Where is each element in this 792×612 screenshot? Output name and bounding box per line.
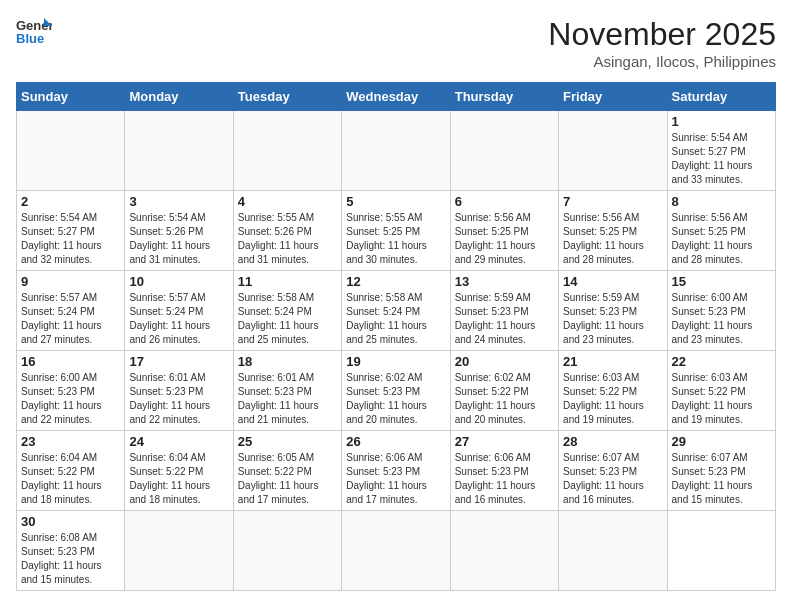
calendar-cell: 27Sunrise: 6:06 AM Sunset: 5:23 PM Dayli… (450, 431, 558, 511)
day-number: 21 (563, 354, 662, 369)
logo: General Blue (16, 16, 52, 46)
calendar-cell: 30Sunrise: 6:08 AM Sunset: 5:23 PM Dayli… (17, 511, 125, 591)
day-info: Sunrise: 6:03 AM Sunset: 5:22 PM Dayligh… (563, 371, 662, 427)
weekday-header-friday: Friday (559, 83, 667, 111)
calendar-cell (559, 111, 667, 191)
calendar-cell: 1Sunrise: 5:54 AM Sunset: 5:27 PM Daylig… (667, 111, 775, 191)
weekday-header-sunday: Sunday (17, 83, 125, 111)
calendar-cell: 3Sunrise: 5:54 AM Sunset: 5:26 PM Daylig… (125, 191, 233, 271)
day-number: 25 (238, 434, 337, 449)
weekday-header-tuesday: Tuesday (233, 83, 341, 111)
day-info: Sunrise: 5:57 AM Sunset: 5:24 PM Dayligh… (21, 291, 120, 347)
calendar-cell: 26Sunrise: 6:06 AM Sunset: 5:23 PM Dayli… (342, 431, 450, 511)
calendar-cell (125, 511, 233, 591)
day-number: 14 (563, 274, 662, 289)
day-number: 26 (346, 434, 445, 449)
day-info: Sunrise: 6:05 AM Sunset: 5:22 PM Dayligh… (238, 451, 337, 507)
title-area: November 2025 Asingan, Ilocos, Philippin… (548, 16, 776, 70)
calendar-cell (450, 511, 558, 591)
calendar-week-row: 2Sunrise: 5:54 AM Sunset: 5:27 PM Daylig… (17, 191, 776, 271)
calendar-cell: 7Sunrise: 5:56 AM Sunset: 5:25 PM Daylig… (559, 191, 667, 271)
calendar-cell: 13Sunrise: 5:59 AM Sunset: 5:23 PM Dayli… (450, 271, 558, 351)
day-number: 29 (672, 434, 771, 449)
calendar-cell: 11Sunrise: 5:58 AM Sunset: 5:24 PM Dayli… (233, 271, 341, 351)
day-info: Sunrise: 6:04 AM Sunset: 5:22 PM Dayligh… (21, 451, 120, 507)
calendar-body: 1Sunrise: 5:54 AM Sunset: 5:27 PM Daylig… (17, 111, 776, 591)
calendar-cell: 17Sunrise: 6:01 AM Sunset: 5:23 PM Dayli… (125, 351, 233, 431)
day-info: Sunrise: 5:55 AM Sunset: 5:25 PM Dayligh… (346, 211, 445, 267)
day-info: Sunrise: 5:58 AM Sunset: 5:24 PM Dayligh… (346, 291, 445, 347)
day-number: 2 (21, 194, 120, 209)
calendar-week-row: 16Sunrise: 6:00 AM Sunset: 5:23 PM Dayli… (17, 351, 776, 431)
calendar-cell: 5Sunrise: 5:55 AM Sunset: 5:25 PM Daylig… (342, 191, 450, 271)
calendar-cell: 20Sunrise: 6:02 AM Sunset: 5:22 PM Dayli… (450, 351, 558, 431)
day-number: 10 (129, 274, 228, 289)
day-number: 11 (238, 274, 337, 289)
calendar-cell: 28Sunrise: 6:07 AM Sunset: 5:23 PM Dayli… (559, 431, 667, 511)
calendar-cell: 19Sunrise: 6:02 AM Sunset: 5:23 PM Dayli… (342, 351, 450, 431)
weekday-header-saturday: Saturday (667, 83, 775, 111)
day-info: Sunrise: 5:54 AM Sunset: 5:26 PM Dayligh… (129, 211, 228, 267)
day-number: 4 (238, 194, 337, 209)
day-info: Sunrise: 6:07 AM Sunset: 5:23 PM Dayligh… (672, 451, 771, 507)
calendar-table: SundayMondayTuesdayWednesdayThursdayFrid… (16, 82, 776, 591)
calendar-cell (342, 111, 450, 191)
day-info: Sunrise: 6:01 AM Sunset: 5:23 PM Dayligh… (238, 371, 337, 427)
day-info: Sunrise: 5:57 AM Sunset: 5:24 PM Dayligh… (129, 291, 228, 347)
day-info: Sunrise: 5:54 AM Sunset: 5:27 PM Dayligh… (672, 131, 771, 187)
calendar-cell (559, 511, 667, 591)
day-info: Sunrise: 6:00 AM Sunset: 5:23 PM Dayligh… (21, 371, 120, 427)
day-number: 23 (21, 434, 120, 449)
day-number: 18 (238, 354, 337, 369)
day-info: Sunrise: 5:59 AM Sunset: 5:23 PM Dayligh… (563, 291, 662, 347)
day-info: Sunrise: 6:01 AM Sunset: 5:23 PM Dayligh… (129, 371, 228, 427)
calendar-cell: 14Sunrise: 5:59 AM Sunset: 5:23 PM Dayli… (559, 271, 667, 351)
calendar-week-row: 9Sunrise: 5:57 AM Sunset: 5:24 PM Daylig… (17, 271, 776, 351)
day-info: Sunrise: 5:58 AM Sunset: 5:24 PM Dayligh… (238, 291, 337, 347)
day-number: 17 (129, 354, 228, 369)
calendar-cell (125, 111, 233, 191)
weekday-header-thursday: Thursday (450, 83, 558, 111)
calendar-cell (450, 111, 558, 191)
day-number: 3 (129, 194, 228, 209)
day-info: Sunrise: 6:02 AM Sunset: 5:22 PM Dayligh… (455, 371, 554, 427)
day-info: Sunrise: 5:56 AM Sunset: 5:25 PM Dayligh… (455, 211, 554, 267)
calendar-cell: 18Sunrise: 6:01 AM Sunset: 5:23 PM Dayli… (233, 351, 341, 431)
day-info: Sunrise: 5:55 AM Sunset: 5:26 PM Dayligh… (238, 211, 337, 267)
calendar-cell: 21Sunrise: 6:03 AM Sunset: 5:22 PM Dayli… (559, 351, 667, 431)
day-number: 15 (672, 274, 771, 289)
day-info: Sunrise: 6:08 AM Sunset: 5:23 PM Dayligh… (21, 531, 120, 587)
calendar-cell (233, 111, 341, 191)
calendar-cell: 22Sunrise: 6:03 AM Sunset: 5:22 PM Dayli… (667, 351, 775, 431)
calendar-cell: 2Sunrise: 5:54 AM Sunset: 5:27 PM Daylig… (17, 191, 125, 271)
day-number: 27 (455, 434, 554, 449)
calendar-cell (233, 511, 341, 591)
day-info: Sunrise: 5:56 AM Sunset: 5:25 PM Dayligh… (563, 211, 662, 267)
calendar-cell: 10Sunrise: 5:57 AM Sunset: 5:24 PM Dayli… (125, 271, 233, 351)
day-number: 24 (129, 434, 228, 449)
day-info: Sunrise: 6:00 AM Sunset: 5:23 PM Dayligh… (672, 291, 771, 347)
month-title: November 2025 (548, 16, 776, 53)
calendar-cell: 9Sunrise: 5:57 AM Sunset: 5:24 PM Daylig… (17, 271, 125, 351)
calendar-week-row: 23Sunrise: 6:04 AM Sunset: 5:22 PM Dayli… (17, 431, 776, 511)
day-number: 19 (346, 354, 445, 369)
weekday-header-wednesday: Wednesday (342, 83, 450, 111)
day-number: 5 (346, 194, 445, 209)
day-number: 8 (672, 194, 771, 209)
calendar-week-row: 1Sunrise: 5:54 AM Sunset: 5:27 PM Daylig… (17, 111, 776, 191)
weekday-header-monday: Monday (125, 83, 233, 111)
calendar-cell: 23Sunrise: 6:04 AM Sunset: 5:22 PM Dayli… (17, 431, 125, 511)
calendar-cell (342, 511, 450, 591)
day-info: Sunrise: 6:02 AM Sunset: 5:23 PM Dayligh… (346, 371, 445, 427)
day-number: 1 (672, 114, 771, 129)
day-number: 7 (563, 194, 662, 209)
calendar-cell: 16Sunrise: 6:00 AM Sunset: 5:23 PM Dayli… (17, 351, 125, 431)
calendar-cell (17, 111, 125, 191)
calendar-cell: 25Sunrise: 6:05 AM Sunset: 5:22 PM Dayli… (233, 431, 341, 511)
day-info: Sunrise: 5:54 AM Sunset: 5:27 PM Dayligh… (21, 211, 120, 267)
svg-text:Blue: Blue (16, 31, 44, 46)
calendar-cell: 8Sunrise: 5:56 AM Sunset: 5:25 PM Daylig… (667, 191, 775, 271)
location-title: Asingan, Ilocos, Philippines (548, 53, 776, 70)
calendar-cell: 6Sunrise: 5:56 AM Sunset: 5:25 PM Daylig… (450, 191, 558, 271)
day-info: Sunrise: 6:06 AM Sunset: 5:23 PM Dayligh… (455, 451, 554, 507)
